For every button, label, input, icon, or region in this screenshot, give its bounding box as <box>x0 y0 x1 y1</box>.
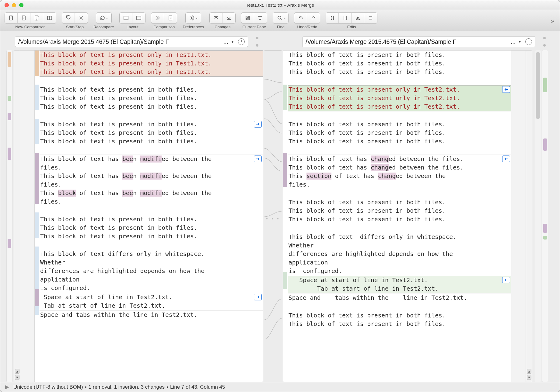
preferences-button[interactable]: ▾ <box>186 13 201 23</box>
prev-change-button[interactable] <box>210 13 222 23</box>
diff-block[interactable]: This block of text has been modified bet… <box>40 155 263 206</box>
text-line: Tab at start of line in Test2.txt. <box>288 285 511 293</box>
diff-block[interactable]: This block of text is present in both fi… <box>288 311 511 329</box>
save-pane-button[interactable] <box>241 13 254 23</box>
diff-connector: • • • <box>264 50 282 382</box>
diff-block[interactable]: This block of text differs only in white… <box>288 233 511 276</box>
toolbar-label: Comparison <box>153 25 175 29</box>
toolbar-group-comparison: Comparison <box>151 12 177 29</box>
stop-button[interactable] <box>75 13 88 23</box>
text-line: This block of text is present only in Te… <box>288 103 511 111</box>
status-disclosure-icon[interactable]: ▶ <box>5 384 9 390</box>
text-line: This block of text is present in both fi… <box>288 198 511 207</box>
nav-last-icon[interactable]: ▼ <box>15 375 19 380</box>
dropdown-icon[interactable]: ▼ <box>231 40 234 44</box>
layout-vertical-button[interactable] <box>132 13 145 23</box>
undo-button[interactable] <box>294 13 307 23</box>
right-file-path-field[interactable]: /Volumes/Araxis Merge 2015.4675 (El Capi… <box>302 36 535 47</box>
new-image-comparison-button[interactable] <box>43 13 56 23</box>
comparison-report-button[interactable] <box>164 13 177 23</box>
diff-block[interactable]: This block of text is present in both fi… <box>288 51 511 77</box>
left-text-column[interactable]: This block of text is present only in Te… <box>39 51 263 382</box>
history-icon[interactable] <box>238 38 245 45</box>
comparison-summary-button[interactable] <box>151 13 164 23</box>
diff-block[interactable]: This block of text has changed between t… <box>288 155 511 189</box>
edits-1-button[interactable] <box>326 13 339 23</box>
toolbar-group-current-pane: Current Pane <box>241 12 267 29</box>
text-line: Tab at start of line in Test2.txt. <box>40 302 263 310</box>
text-line: This block of text is present only in Te… <box>288 94 511 103</box>
text-line: This block of text is present in both fi… <box>40 120 263 129</box>
diff-block[interactable]: This block of text is present in both fi… <box>288 120 511 146</box>
edit-pane-button[interactable] <box>254 13 267 23</box>
toolbar-overflow-button[interactable]: » <box>551 17 555 24</box>
nav-first-icon[interactable]: ▲ <box>15 369 19 374</box>
merge-right-button[interactable] <box>254 156 262 162</box>
left-overview-rail[interactable] <box>6 50 12 382</box>
text-line: application <box>40 275 263 284</box>
status-bar: ▶ Unicode (UTF-8 without BOM) • 1 remova… <box>0 382 560 392</box>
right-overview-rail[interactable] <box>542 50 548 382</box>
toolbar-group-preferences: ▾ Preferences <box>183 12 204 29</box>
text-line: This block of text is present in both fi… <box>40 224 263 232</box>
svg-point-7 <box>191 17 193 19</box>
new-text-comparison-button[interactable] <box>5 13 18 23</box>
redo-button[interactable] <box>307 13 320 23</box>
scrollbar-thumb[interactable] <box>536 52 540 119</box>
edits-2-button[interactable] <box>339 13 352 23</box>
merge-right-button[interactable] <box>254 294 262 300</box>
left-file-path-field[interactable]: /Volumes/Araxis Merge 2015.4675 (El Capi… <box>15 36 248 47</box>
merge-left-button[interactable] <box>502 86 510 93</box>
diff-block[interactable]: This block of text is present only in Te… <box>288 85 511 111</box>
right-gutter <box>283 51 287 382</box>
find-button[interactable]: ▾ <box>273 13 288 23</box>
diff-block[interactable]: This block of text is present in both fi… <box>40 215 263 241</box>
new-binary-comparison-button[interactable] <box>30 13 43 23</box>
layout-horizontal-button[interactable] <box>120 13 132 23</box>
text-line: This block of text is present in both fi… <box>40 129 263 137</box>
diff-block[interactable]: This block of text is present in both fi… <box>288 198 511 224</box>
edits-3-button[interactable] <box>352 13 364 23</box>
text-line: This section of text has changed between… <box>288 172 511 180</box>
toolbar: New Comparison Start/Stop ▾ Recompare La… <box>0 10 560 31</box>
status-summary: 1 removal, 1 insertion, 3 changes <box>89 384 165 390</box>
diff-block[interactable]: This block of text is present only in Te… <box>40 51 263 77</box>
merge-right-button[interactable] <box>254 121 262 128</box>
title-bar: Test1.txt, Test2.txt – Araxis Merge <box>0 0 560 10</box>
text-line: This block of text is present in both fi… <box>40 137 263 146</box>
text-line: This block of text is present only in Te… <box>40 68 263 76</box>
toolbar-group-undo-redo: Undo/Redo <box>294 12 320 29</box>
text-line: This block of text is present only in Te… <box>40 51 263 59</box>
toolbar-group-layout: Layout <box>119 12 145 29</box>
text-line: This block of text is present in both fi… <box>40 94 263 103</box>
path-overflow: ... <box>223 38 228 45</box>
next-change-button[interactable] <box>222 13 235 23</box>
edits-4-button[interactable] <box>364 13 377 23</box>
merge-left-button[interactable] <box>502 277 510 283</box>
merge-left-button[interactable] <box>502 156 510 162</box>
diff-block[interactable]: Space at start of line in Test2.txt. Tab… <box>288 276 511 293</box>
history-icon[interactable] <box>525 38 532 45</box>
text-line: files. <box>40 180 263 189</box>
start-button[interactable] <box>62 13 75 23</box>
diff-block[interactable]: Space at start of line in Test2.txt. Tab… <box>40 293 263 310</box>
path-separator-dots <box>535 37 554 47</box>
nav-first-icon[interactable]: ▲ <box>527 369 531 374</box>
diff-body: ▲ ▼ This block of text is present only i… <box>0 50 560 382</box>
text-line: This block of text is present in both fi… <box>288 215 511 224</box>
right-nav-strip[interactable]: ▲ ▼ <box>526 51 532 382</box>
left-nav-strip[interactable]: ▲ ▼ <box>14 51 20 382</box>
scrollbar[interactable] <box>535 50 541 382</box>
recompare-button[interactable]: ▾ <box>96 13 111 23</box>
diff-block[interactable]: This block of text is present in both fi… <box>40 85 263 111</box>
dropdown-icon[interactable]: ▼ <box>518 40 522 44</box>
diff-block[interactable]: This block of text differs only in white… <box>40 250 263 293</box>
toolbar-label: Start/Stop <box>66 25 84 29</box>
right-text-column[interactable]: This block of text is present in both fi… <box>287 51 511 382</box>
diff-block[interactable]: Space and tabs within the line in Test2.… <box>40 310 263 320</box>
sync-handle-icon[interactable]: • • • <box>264 216 282 222</box>
nav-last-icon[interactable]: ▼ <box>527 375 531 380</box>
diff-block[interactable]: This block of text is present in both fi… <box>40 120 263 146</box>
diff-block[interactable]: Space and tabs within the line in Test2.… <box>288 293 511 303</box>
new-folder-comparison-button[interactable] <box>18 13 30 23</box>
